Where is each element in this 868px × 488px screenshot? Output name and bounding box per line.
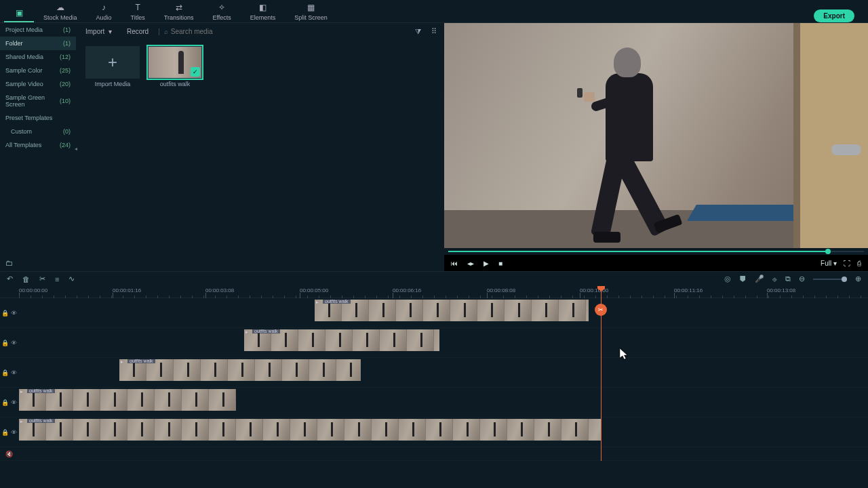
filter-icon[interactable]: ⧩ (412, 25, 424, 37)
sidebar-item-preset-templates[interactable]: Preset Templates (0, 111, 76, 125)
transition-icon: ⇄ (174, 2, 184, 13)
video-track[interactable]: 🔒👁▸outfits walkFreeze Frame (0, 418, 868, 447)
expand-preview-icon[interactable]: ⛶ (844, 260, 850, 267)
track-lock-icon[interactable]: 🔒 (1, 399, 9, 406)
check-icon: ✓ (191, 67, 200, 77)
video-icon: ▸ (20, 389, 23, 394)
track-lock-icon[interactable]: 🔒 (1, 310, 9, 317)
sparkle-icon: ✧ (216, 2, 227, 13)
audio-track[interactable]: 🔇 (0, 447, 868, 461)
video-track[interactable]: 🔒👁▸outfits walk (0, 298, 868, 328)
timeline-tracks: 🔒👁▸outfits walk🔒👁▸outfits walk🔒👁▸outfits… (0, 298, 868, 461)
clip-label: outfits walk (323, 300, 351, 304)
new-folder-icon[interactable]: 🗀 (5, 259, 13, 267)
zoom-in-icon[interactable]: ⊕ (855, 274, 861, 283)
ruler-timestamp: 00:00:13:08 (767, 287, 795, 293)
track-visibility-icon[interactable]: 👁 (11, 399, 17, 406)
delete-icon[interactable]: 🗑 (22, 275, 30, 283)
split-button[interactable]: ✂ (595, 304, 607, 316)
speed-icon[interactable]: ∿ (68, 274, 75, 283)
track-visibility-icon[interactable]: 👁 (11, 369, 17, 376)
timeline-clip[interactable]: ▸outfits walk (119, 359, 361, 381)
media-grid: + Import Media ✓ outfits walk (76, 39, 444, 94)
sidebar-item-shared-media[interactable]: Shared Media(12) (0, 50, 76, 64)
tab-titles[interactable]: TTitles (121, 1, 155, 22)
view-grid-icon[interactable]: ⠿ (428, 25, 440, 37)
playhead[interactable]: ✂ (601, 286, 601, 461)
track-lock-icon[interactable]: 🔒 (1, 369, 9, 376)
video-track[interactable]: 🔒👁▸outfits walk (0, 388, 868, 418)
video-icon: ▸ (121, 359, 123, 365)
video-icon: ▸ (20, 419, 23, 424)
export-button[interactable]: Export (814, 9, 854, 22)
track-visibility-icon[interactable]: 👁 (11, 340, 17, 346)
render-icon[interactable]: ◎ (724, 274, 731, 283)
clip-label: outfits walk (252, 329, 280, 333)
snapshot-icon[interactable]: ⎙ (857, 260, 861, 267)
timeline-clip[interactable]: ▸outfits walk (19, 389, 236, 411)
sidebar-item-project-media[interactable]: Project Media(1) (0, 23, 76, 37)
snap-icon[interactable]: ⧉ (785, 274, 791, 283)
step-back-button[interactable]: ◂▸ (467, 260, 474, 267)
tab-split-screen[interactable]: ▦Split Screen (285, 1, 337, 22)
tab-elements[interactable]: ◧Elements (241, 1, 285, 22)
media-tile-label: outfits walk (160, 81, 191, 87)
preview-viewport[interactable] (444, 23, 868, 248)
grid-icon: ▦ (306, 2, 317, 13)
cloud-icon: ☁ (55, 2, 66, 13)
ruler-timestamp: 00:00:01:16 (113, 287, 141, 293)
tab-stock-media[interactable]: ☁Stock Media (34, 1, 87, 22)
tab-effects[interactable]: ✧Effects (203, 1, 240, 22)
tab-audio[interactable]: ♪Audio (87, 1, 121, 22)
clip-label: outfits walk (27, 389, 55, 393)
zoom-slider[interactable] (813, 279, 847, 280)
sidebar-item-sample-color[interactable]: Sample Color(25) (0, 64, 76, 77)
preview-panel: ⏮ ◂▸ ▶ ■ Full ▾ ⛶ ⎙ (444, 23, 868, 271)
crop-icon[interactable]: ≡ (55, 275, 59, 283)
timeline-clip[interactable]: ▸outfits walk (244, 329, 439, 351)
sidebar-item-sample-video[interactable]: Sample Video(20) (0, 77, 76, 91)
voiceover-icon[interactable]: 🎤 (755, 274, 764, 283)
folder-icon: ▣ (14, 7, 24, 18)
undo-icon[interactable]: ↶ (7, 274, 13, 283)
prev-frame-button[interactable]: ⏮ (451, 260, 458, 267)
stop-button[interactable]: ■ (498, 260, 502, 267)
timeline-clip[interactable]: ▸outfits walk (315, 300, 589, 321)
zoom-out-icon[interactable]: ⊖ (799, 274, 805, 283)
search-input[interactable] (171, 28, 266, 35)
sidebar-item-all-templates[interactable]: All Templates(24) (0, 138, 76, 152)
shapes-icon: ◧ (258, 2, 269, 13)
track-visibility-icon[interactable]: 👁 (11, 429, 17, 436)
import-dropdown[interactable]: Import ▾ (80, 26, 117, 37)
video-track[interactable]: 🔒👁▸outfits walk (0, 358, 868, 388)
ruler-timestamp: 00:00:11:16 (674, 287, 703, 293)
tab-media[interactable]: ▣ (4, 6, 34, 22)
preview-scrub-bar[interactable] (444, 248, 868, 255)
record-button[interactable]: Record (121, 26, 154, 37)
video-track[interactable]: 🔒👁▸outfits walk (0, 328, 868, 358)
ruler-timestamp: 00:00:05:00 (300, 287, 328, 293)
track-visibility-icon[interactable]: 👁 (11, 310, 17, 317)
media-tile-label: Import Media (95, 81, 131, 87)
play-button[interactable]: ▶ (484, 260, 489, 267)
import-media-tile[interactable]: + Import Media (85, 46, 140, 87)
track-lock-icon[interactable]: 🔒 (1, 429, 9, 436)
cut-icon[interactable]: ✂ (39, 274, 45, 283)
search-icon: ⌕ (164, 28, 168, 35)
ruler-timestamp: 00:00:06:16 (393, 287, 421, 293)
timeline-clip[interactable]: ▸outfits walkFreeze Frame (19, 419, 601, 441)
sidebar-collapse-button[interactable]: ◂ (72, 144, 80, 153)
track-mute-icon[interactable]: 🔇 (5, 451, 13, 458)
mixer-icon[interactable]: ⎆ (772, 275, 777, 283)
tab-transitions[interactable]: ⇄Transitions (155, 1, 203, 22)
media-sidebar: Project Media(1) Folder(1) Shared Media(… (0, 23, 76, 271)
quality-dropdown[interactable]: Full ▾ (821, 260, 837, 267)
sidebar-item-folder[interactable]: Folder(1) (0, 37, 76, 50)
track-lock-icon[interactable]: 🔒 (1, 340, 9, 346)
timeline: 00:00:00:0000:00:01:1600:00:03:0800:00:0… (0, 286, 868, 461)
sidebar-item-custom[interactable]: Custom(0) (0, 125, 76, 138)
marker-icon[interactable]: ⛊ (739, 275, 747, 283)
sidebar-item-sample-green[interactable]: Sample Green Screen(10) (0, 91, 76, 111)
timeline-ruler[interactable]: 00:00:00:0000:00:01:1600:00:03:0800:00:0… (0, 286, 868, 298)
media-clip-tile[interactable]: ✓ outfits walk (148, 46, 202, 87)
